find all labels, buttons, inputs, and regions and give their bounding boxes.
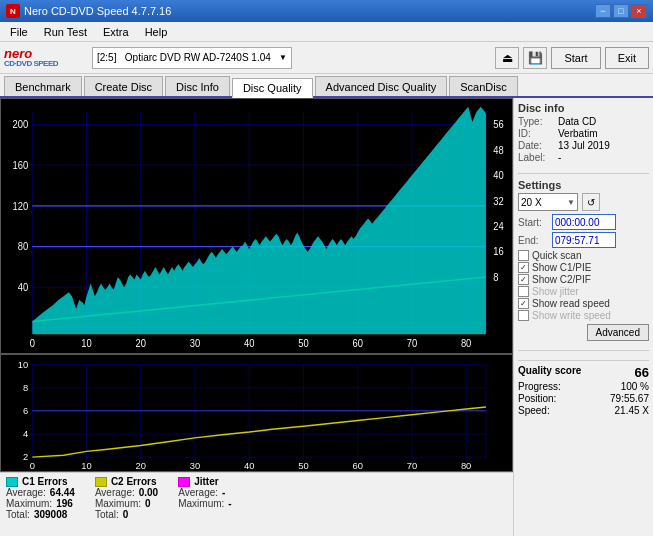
show-c2pif-label: Show C2/PIF — [532, 274, 591, 285]
title-bar-controls: − □ × — [595, 4, 647, 18]
nero-logo: nero CD·DVD SPEED — [4, 44, 84, 72]
svg-text:20: 20 — [136, 461, 146, 471]
end-time-row: End: — [518, 232, 649, 248]
svg-text:8: 8 — [493, 271, 498, 283]
quick-scan-label: Quick scan — [532, 250, 581, 261]
legend-c2-errors: C2 Errors Average: 0.00 Maximum: 0 Total… — [95, 476, 158, 533]
disc-date-value: 13 Jul 2019 — [558, 140, 610, 151]
svg-text:70: 70 — [407, 461, 417, 471]
end-time-label: End: — [518, 235, 548, 246]
disc-id-value: Verbatim — [558, 128, 597, 139]
quick-scan-checkbox[interactable] — [518, 250, 529, 261]
speed-combo-arrow: ▼ — [567, 198, 575, 207]
tab-disc-info[interactable]: Disc Info — [165, 76, 230, 96]
close-button[interactable]: × — [631, 4, 647, 18]
svg-text:80: 80 — [461, 461, 471, 471]
show-write-speed-checkbox[interactable] — [518, 310, 529, 321]
drive-combo[interactable]: [2:5] Optiarc DVD RW AD-7240S 1.04 ▼ — [92, 47, 292, 69]
settings-title: Settings — [518, 179, 649, 191]
eject-button[interactable]: ⏏ — [495, 47, 519, 69]
position-value: 79:55.67 — [610, 393, 649, 404]
end-time-input[interactable] — [552, 232, 616, 248]
legend-jitter-header: Jitter — [178, 476, 231, 487]
drive-label: [2:5] Optiarc DVD RW AD-7240S 1.04 — [97, 52, 271, 63]
tab-disc-quality[interactable]: Disc Quality — [232, 78, 313, 98]
tab-benchmark[interactable]: Benchmark — [4, 76, 82, 96]
advanced-button[interactable]: Advanced — [587, 324, 649, 341]
menu-extra[interactable]: Extra — [97, 24, 135, 40]
tab-scandisc[interactable]: ScanDisc — [449, 76, 517, 96]
show-jitter-label: Show jitter — [532, 286, 579, 297]
start-time-label: Start: — [518, 217, 548, 228]
speed-refresh-button[interactable]: ↺ — [582, 193, 600, 211]
disc-info-section: Disc info Type: Data CD ID: Verbatim Dat… — [518, 102, 649, 164]
lower-chart: 10 8 6 4 2 0 10 20 30 40 50 60 70 80 — [0, 354, 513, 472]
legend-jitter: Jitter Average: - Maximum: - — [178, 476, 231, 533]
svg-text:40: 40 — [244, 461, 254, 471]
svg-text:56: 56 — [493, 118, 504, 130]
legend-c1-total-value: 309008 — [34, 509, 67, 520]
tab-bar: Benchmark Create Disc Disc Info Disc Qua… — [0, 74, 653, 98]
disc-type-label: Type: — [518, 116, 556, 127]
legend-c2-avg-label: Average: — [95, 487, 135, 498]
minimize-button[interactable]: − — [595, 4, 611, 18]
svg-text:40: 40 — [18, 281, 29, 293]
save-button[interactable]: 💾 — [523, 47, 547, 69]
legend-c2-avg-row: Average: 0.00 — [95, 487, 158, 498]
speed-row: 20 X ▼ ↺ — [518, 193, 649, 211]
menu-file[interactable]: File — [4, 24, 34, 40]
position-label: Position: — [518, 393, 556, 404]
svg-text:40: 40 — [493, 169, 504, 181]
legend-c2-max-row: Maximum: 0 — [95, 498, 158, 509]
svg-text:0: 0 — [30, 461, 35, 471]
tab-create-disc[interactable]: Create Disc — [84, 76, 163, 96]
legend-c1-max-value: 196 — [56, 498, 73, 509]
menu-help[interactable]: Help — [139, 24, 174, 40]
start-time-input[interactable] — [552, 214, 616, 230]
upper-chart: 200 160 120 80 40 56 48 40 32 24 16 8 0 … — [0, 98, 513, 354]
svg-text:48: 48 — [493, 144, 504, 156]
legend-c2-max-value: 0 — [145, 498, 151, 509]
svg-text:60: 60 — [352, 461, 362, 471]
exit-button[interactable]: Exit — [605, 47, 649, 69]
legend-area: C1 Errors Average: 64.44 Maximum: 196 To… — [0, 472, 513, 536]
svg-text:2: 2 — [23, 453, 28, 463]
show-read-speed-checkbox[interactable]: ✓ — [518, 298, 529, 309]
legend-c1-avg-value: 64.44 — [50, 487, 75, 498]
show-write-speed-label: Show write speed — [532, 310, 611, 321]
svg-text:30: 30 — [190, 461, 200, 471]
legend-jitter-max-row: Maximum: - — [178, 498, 231, 509]
svg-text:80: 80 — [18, 241, 29, 253]
speed-value: 20 X — [521, 197, 542, 208]
tab-advanced-disc-quality[interactable]: Advanced Disc Quality — [315, 76, 448, 96]
quality-score-label: Quality score — [518, 365, 581, 380]
svg-text:30: 30 — [190, 337, 201, 349]
show-c1pie-checkbox[interactable]: ✓ — [518, 262, 529, 273]
progress-value: 100 % — [621, 381, 649, 392]
disc-info-title: Disc info — [518, 102, 649, 114]
show-read-speed-row: ✓ Show read speed — [518, 298, 649, 309]
legend-c1-avg-row: Average: 64.44 — [6, 487, 75, 498]
sidebar-divider-2 — [518, 350, 649, 351]
maximize-button[interactable]: □ — [613, 4, 629, 18]
svg-text:60: 60 — [352, 337, 363, 349]
charts-area: 200 160 120 80 40 56 48 40 32 24 16 8 0 … — [0, 98, 513, 536]
svg-text:40: 40 — [244, 337, 255, 349]
svg-text:4: 4 — [23, 430, 28, 440]
show-jitter-checkbox[interactable] — [518, 286, 529, 297]
menu-run-test[interactable]: Run Test — [38, 24, 93, 40]
disc-label-value: - — [558, 152, 561, 163]
svg-text:160: 160 — [12, 159, 28, 171]
svg-text:120: 120 — [12, 200, 28, 212]
quality-section: Quality score 66 Progress: 100 % Positio… — [518, 360, 649, 417]
svg-text:80: 80 — [461, 337, 472, 349]
start-button[interactable]: Start — [551, 47, 600, 69]
sidebar-divider-1 — [518, 173, 649, 174]
show-c2pif-checkbox[interactable]: ✓ — [518, 274, 529, 285]
speed-combo[interactable]: 20 X ▼ — [518, 193, 578, 211]
show-c1pie-label: Show C1/PIE — [532, 262, 591, 273]
svg-text:32: 32 — [493, 195, 504, 207]
disc-date-label: Date: — [518, 140, 556, 151]
svg-text:10: 10 — [18, 360, 28, 370]
legend-jitter-label: Jitter — [194, 476, 218, 487]
